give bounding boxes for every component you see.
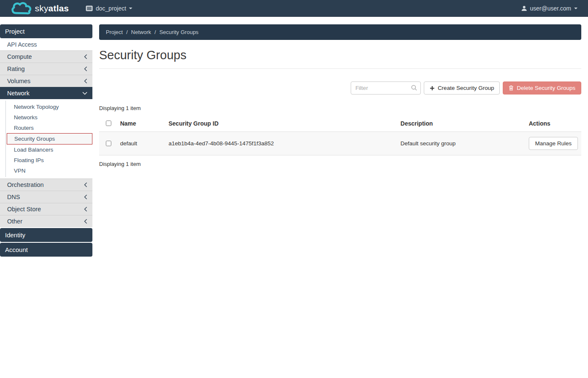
delete-security-groups-label: Delete Security Groups xyxy=(517,85,575,91)
search-button[interactable] xyxy=(411,84,417,91)
page-title: Security Groups xyxy=(99,48,581,62)
chevron-left-icon xyxy=(84,54,87,59)
chevron-left-icon xyxy=(84,194,87,200)
column-header-description: Description xyxy=(397,115,525,132)
select-all-cell xyxy=(99,115,117,132)
brand-atlas: atlas xyxy=(48,3,69,13)
filter-wrap xyxy=(351,81,421,94)
sidebar-item-network[interactable]: Network xyxy=(0,87,92,99)
sidebar-item-label: Volumes xyxy=(7,78,31,84)
chevron-left-icon xyxy=(84,66,87,71)
security-groups-table: Name Security Group ID Description Actio… xyxy=(99,115,581,155)
sidebar-item-orchestration[interactable]: Orchestration xyxy=(0,178,92,191)
sidebar-item-compute[interactable]: Compute xyxy=(0,50,92,63)
filter-input[interactable] xyxy=(351,81,421,94)
sidebar-item-label: DNS xyxy=(7,194,20,200)
sidebar-item-rating[interactable]: Rating xyxy=(0,63,92,75)
user-icon xyxy=(521,5,527,11)
sidebar-item-dns[interactable]: DNS xyxy=(0,191,92,203)
project-switcher-dropdown[interactable]: doc_project xyxy=(86,5,132,12)
main-content: Project / Network / Security Groups Secu… xyxy=(99,24,581,257)
sidebar-item-security-groups[interactable]: Security Groups xyxy=(7,133,92,144)
sidebar: Project API Access Compute Rating Volume… xyxy=(0,24,92,257)
sidebar-item-label: Network xyxy=(7,90,29,97)
chevron-down-icon xyxy=(82,92,87,95)
cell-description: Default security group xyxy=(397,132,525,155)
sidebar-item-floating-ips[interactable]: Floating IPs xyxy=(6,155,92,165)
breadcrumb-project[interactable]: Project xyxy=(106,29,123,35)
create-security-group-button[interactable]: Create Security Group xyxy=(424,81,500,94)
table-toolbar: Create Security Group Delete Security Gr… xyxy=(99,81,581,94)
sidebar-item-api-access[interactable]: API Access xyxy=(0,39,92,50)
top-navbar: skyatlas doc_project user@user.com xyxy=(0,0,588,17)
cell-actions: Manage Rules xyxy=(525,132,581,155)
breadcrumb-separator: / xyxy=(155,29,156,35)
sidebar-item-networks[interactable]: Networks xyxy=(6,112,92,123)
item-count-bottom: Displaying 1 item xyxy=(99,161,581,167)
sidebar-item-network-topology[interactable]: Network Topology xyxy=(6,102,92,112)
row-checkbox[interactable] xyxy=(106,141,111,146)
breadcrumb: Project / Network / Security Groups xyxy=(99,24,581,40)
network-submenu: Network Topology Networks Routers Securi… xyxy=(5,101,92,177)
sidebar-item-label: Rating xyxy=(7,66,25,72)
plus-icon xyxy=(430,86,435,91)
sidebar-header-project[interactable]: Project xyxy=(0,24,92,38)
project-switcher-label: doc_project xyxy=(96,5,126,12)
sidebar-item-other[interactable]: Other xyxy=(0,215,92,227)
sidebar-header-identity[interactable]: Identity xyxy=(0,228,92,242)
user-menu-dropdown[interactable]: user@user.com xyxy=(521,5,578,12)
delete-security-groups-button[interactable]: Delete Security Groups xyxy=(503,81,581,94)
table-header-row: Name Security Group ID Description Actio… xyxy=(99,115,581,132)
item-count-top: Displaying 1 item xyxy=(99,105,581,111)
sidebar-item-vpn[interactable]: VPN xyxy=(6,165,92,176)
chevron-left-icon xyxy=(84,79,87,84)
user-menu-label: user@user.com xyxy=(530,5,571,12)
trash-icon xyxy=(509,85,514,91)
brand-text: skyatlas xyxy=(35,3,69,13)
create-security-group-label: Create Security Group xyxy=(438,85,494,91)
breadcrumb-security-groups: Security Groups xyxy=(159,29,198,35)
sidebar-item-routers[interactable]: Routers xyxy=(6,123,92,133)
row-select-cell xyxy=(99,132,117,155)
chevron-left-icon xyxy=(84,182,87,187)
cell-security-group-id: a1eb1b4a-4ed7-4b08-9445-1475f1f3a852 xyxy=(165,132,397,155)
sidebar-item-load-balancers[interactable]: Load Balancers xyxy=(6,144,92,155)
search-icon xyxy=(411,86,417,92)
sidebar-header-account[interactable]: Account xyxy=(0,243,92,257)
table-row: default a1eb1b4a-4ed7-4b08-9445-1475f1f3… xyxy=(99,132,581,155)
skyatlas-logo-icon xyxy=(10,1,32,16)
breadcrumb-separator: / xyxy=(126,29,128,35)
breadcrumb-network[interactable]: Network xyxy=(131,29,151,35)
brand-sky: sky xyxy=(35,3,48,13)
sidebar-item-label: Other xyxy=(7,218,22,225)
chevron-left-icon xyxy=(84,219,87,224)
column-header-actions: Actions xyxy=(525,115,581,132)
skyatlas-brand[interactable]: skyatlas xyxy=(10,1,69,16)
cell-name: default xyxy=(117,132,165,155)
column-header-name: Name xyxy=(117,115,165,132)
sidebar-item-volumes[interactable]: Volumes xyxy=(0,75,92,87)
sidebar-item-label: Compute xyxy=(7,53,32,60)
title-divider xyxy=(99,68,581,69)
chevron-left-icon xyxy=(84,207,87,212)
column-header-security-group-id: Security Group ID xyxy=(165,115,397,132)
caret-down-icon xyxy=(129,8,132,9)
select-all-checkbox[interactable] xyxy=(106,121,111,126)
caret-down-icon xyxy=(574,8,578,9)
list-alt-icon xyxy=(86,5,93,11)
sidebar-item-label: Orchestration xyxy=(7,181,44,188)
manage-rules-button[interactable]: Manage Rules xyxy=(529,137,578,150)
sidebar-item-label: Object Store xyxy=(7,206,41,213)
sidebar-item-object-store[interactable]: Object Store xyxy=(0,203,92,215)
